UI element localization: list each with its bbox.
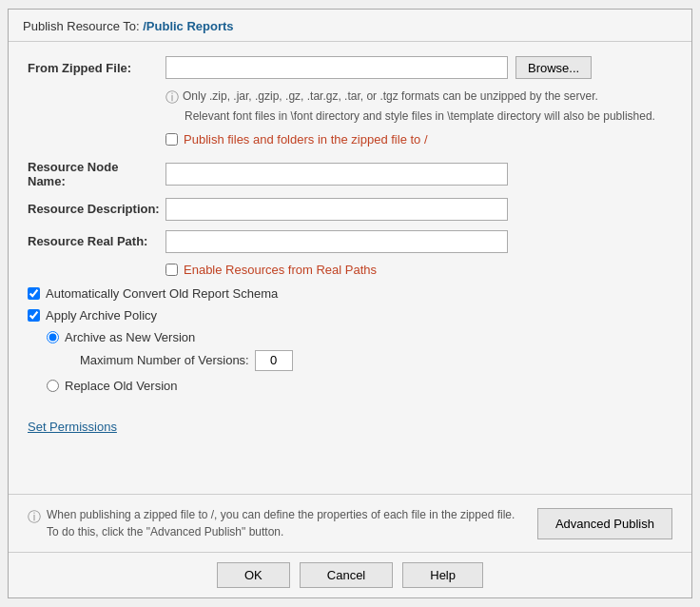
replace-old-version-radio[interactable]: [47, 380, 59, 392]
publish-files-label[interactable]: Publish files and folders in the zipped …: [184, 132, 428, 147]
set-permissions-link[interactable]: Set Permissions: [28, 420, 117, 434]
info-text1: Only .zip, .jar, .gzip, .gz, .tar.gz, .t…: [183, 88, 598, 105]
info-block: ⓘ Only .zip, .jar, .gzip, .gz, .tar.gz, …: [165, 88, 672, 125]
resource-real-label: Resource Real Path:: [28, 234, 165, 248]
apply-archive-label[interactable]: Apply Archive Policy: [46, 308, 157, 323]
replace-old-version-label[interactable]: Replace Old Version: [65, 379, 178, 393]
dialog-body: From Zipped File: Browse... ⓘ Only .zip,…: [9, 42, 691, 494]
archive-new-version-row: Archive as New Version: [47, 330, 672, 344]
dialog-header: Publish Resource To: /Public Reports: [9, 10, 691, 42]
resource-node-label: Resource NodeName:: [28, 160, 165, 188]
from-zipped-input[interactable]: [165, 56, 508, 79]
cancel-button[interactable]: Cancel: [300, 562, 393, 588]
enable-real-paths-row: Enable Resources from Real Paths: [165, 263, 672, 277]
from-zipped-label: From Zipped File:: [28, 61, 165, 75]
auto-convert-label[interactable]: Automatically Convert Old Report Schema: [46, 286, 278, 301]
from-zipped-row: From Zipped File: Browse...: [28, 56, 672, 79]
apply-archive-row: Apply Archive Policy: [28, 308, 672, 323]
header-title-label: Publish Resource To:: [23, 19, 143, 33]
resource-real-row: Resource Real Path:: [28, 230, 672, 253]
auto-convert-checkbox[interactable]: [28, 287, 40, 300]
browse-button[interactable]: Browse...: [515, 56, 592, 79]
publish-dialog: Publish Resource To: /Public Reports Fro…: [8, 9, 692, 598]
resource-node-input[interactable]: [165, 163, 508, 186]
resource-desc-input[interactable]: [165, 198, 508, 221]
enable-real-paths-label[interactable]: Enable Resources from Real Paths: [184, 263, 377, 277]
dialog-footer: OK Cancel Help: [9, 552, 691, 597]
info-text2: Relevant font files in \font directory a…: [185, 109, 655, 123]
header-title-path: /Public Reports: [143, 19, 233, 33]
publish-files-row: Publish files and folders in the zipped …: [165, 132, 672, 147]
enable-real-paths-checkbox[interactable]: [165, 264, 178, 276]
bottom-info-icon: ⓘ: [28, 507, 41, 527]
info-row2: Relevant font files in \font directory a…: [185, 108, 672, 125]
resource-node-row: Resource NodeName:: [28, 160, 672, 188]
max-versions-row: Maximum Number of Versions:: [80, 350, 672, 371]
advanced-publish-button[interactable]: Advanced Publish: [537, 508, 672, 539]
ok-button[interactable]: OK: [217, 562, 290, 588]
resource-desc-label: Resource Description:: [28, 202, 165, 216]
archive-new-version-radio[interactable]: [47, 331, 59, 343]
publish-files-checkbox[interactable]: [165, 133, 178, 146]
help-button[interactable]: Help: [402, 562, 483, 588]
max-versions-label: Maximum Number of Versions:: [80, 353, 249, 367]
resource-desc-row: Resource Description:: [28, 198, 672, 221]
apply-archive-checkbox[interactable]: [28, 309, 40, 322]
bottom-info-text: When publishing a zipped file to /, you …: [47, 506, 528, 540]
replace-old-version-row: Replace Old Version: [47, 379, 672, 393]
bottom-info-text-wrapper: ⓘ When publishing a zipped file to /, yo…: [28, 506, 528, 540]
resource-real-input[interactable]: [165, 230, 508, 253]
archive-new-version-label[interactable]: Archive as New Version: [65, 330, 195, 344]
bottom-info-section: ⓘ When publishing a zipped file to /, yo…: [9, 494, 691, 552]
info-icon: ⓘ: [165, 89, 179, 107]
max-versions-input[interactable]: [255, 350, 293, 371]
info-row1: ⓘ Only .zip, .jar, .gzip, .gz, .tar.gz, …: [165, 88, 672, 107]
auto-convert-row: Automatically Convert Old Report Schema: [28, 286, 672, 301]
